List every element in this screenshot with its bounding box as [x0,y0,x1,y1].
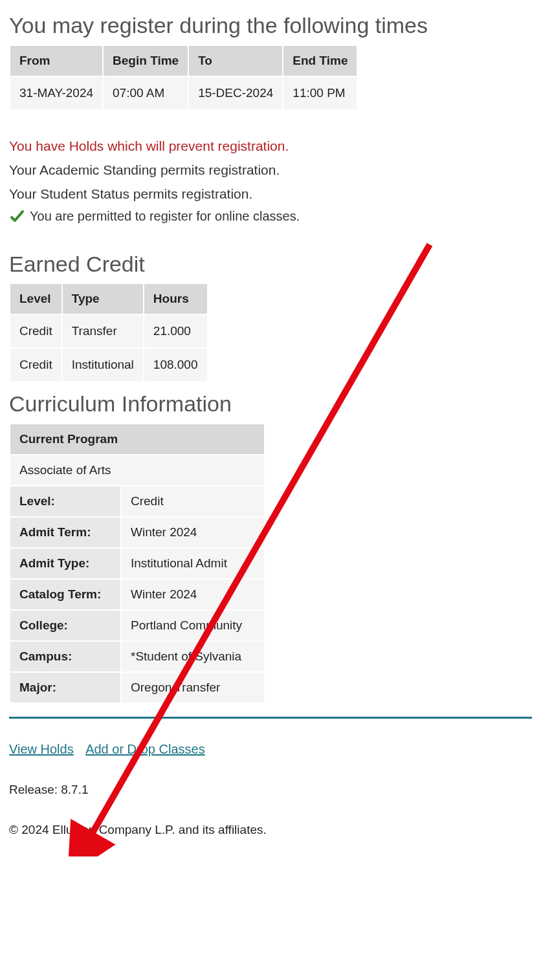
curriculum-table: Current Program Associate of Arts Level:… [9,423,265,704]
cell-level: Credit [10,315,61,347]
add-drop-classes-link[interactable]: Add or Drop Classes [85,742,205,756]
cell-type: Institutional [63,349,143,381]
registration-times-table: From Begin Time To End Time 31-MAY-2024 … [9,45,358,111]
section-divider [9,717,532,719]
field-label: College: [10,611,120,640]
field-value: *Student of Sylvania [122,642,264,671]
checkmark-icon [9,209,25,224]
cell-level: Credit [10,349,61,381]
earned-credit-table: Level Type Hours Credit Transfer 21.000 … [9,283,208,382]
action-links: View Holds Add or Drop Classes [9,742,532,757]
col-from: From [10,46,102,76]
table-row: Associate of Arts [10,455,264,485]
field-value: Portland Community [122,611,264,640]
earned-credit-heading: Earned Credit [9,250,532,278]
field-label: Admit Type: [10,549,120,578]
current-program-header: Current Program [10,424,264,454]
field-value: Credit [122,486,264,516]
cell-hours: 108.000 [144,349,207,381]
table-row: Admit Type: Institutional Admit [10,549,264,578]
field-label: Level: [10,486,120,516]
col-type: Type [63,284,143,314]
copyright-text: © 2024 Ellucian Company L.P. and its aff… [9,823,532,837]
cell-from: 31-MAY-2024 [10,77,102,109]
field-label: Catalog Term: [10,580,120,609]
cell-to: 15-DEC-2024 [189,77,282,109]
status-messages: You have Holds which will prevent regist… [9,136,532,224]
table-row: College: Portland Community [10,611,264,640]
table-row: Level: Credit [10,486,264,516]
field-label: Admit Term: [10,517,120,547]
academic-standing-status: Your Academic Standing permits registrat… [9,160,532,179]
col-begin-time: Begin Time [104,46,188,76]
table-row: Campus: *Student of Sylvania [10,642,264,671]
table-row: Current Program [10,424,264,454]
field-value: Institutional Admit [122,549,264,578]
cell-hours: 21.000 [144,315,207,347]
student-status: Your Student Status permits registration… [9,184,532,203]
holds-warning: You have Holds which will prevent regist… [9,136,532,155]
field-label: Major: [10,673,120,702]
cell-end-time: 11:00 PM [283,77,357,109]
col-hours: Hours [144,284,207,314]
cell-begin-time: 07:00 AM [104,77,188,109]
table-row: Credit Institutional 108.000 [10,349,207,381]
program-name: Associate of Arts [10,455,264,485]
table-header-row: From Begin Time To End Time [10,46,357,76]
table-row: Catalog Term: Winter 2024 [10,580,264,609]
online-permit-text: You are permitted to register for online… [30,209,300,224]
table-row: Admit Term: Winter 2024 [10,517,264,547]
table-row: Credit Transfer 21.000 [10,315,207,347]
registration-times-heading: You may register during the following ti… [9,12,532,39]
col-end-time: End Time [283,46,357,76]
curriculum-heading: Curriculum Information [9,390,532,418]
col-level: Level [10,284,61,314]
cell-type: Transfer [63,315,143,347]
field-value: Winter 2024 [122,580,264,609]
table-row: 31-MAY-2024 07:00 AM 15-DEC-2024 11:00 P… [10,77,357,109]
col-to: To [189,46,282,76]
release-version: Release: 8.7.1 [9,783,532,797]
online-permit-line: You are permitted to register for online… [9,209,532,224]
field-value: Oregon Transfer [122,673,264,702]
table-row: Major: Oregon Transfer [10,673,264,702]
field-value: Winter 2024 [122,517,264,547]
field-label: Campus: [10,642,120,671]
table-header-row: Level Type Hours [10,284,207,314]
view-holds-link[interactable]: View Holds [9,742,74,756]
